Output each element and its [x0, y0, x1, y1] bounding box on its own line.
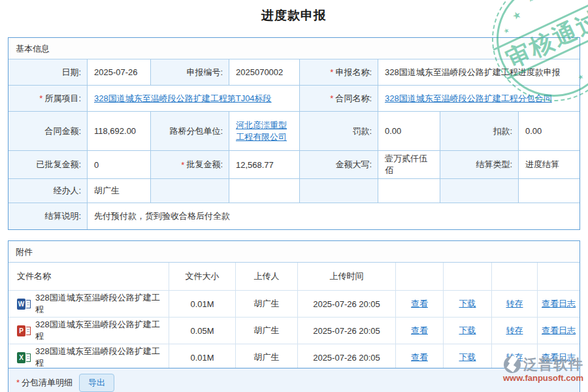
view-log-link[interactable]: 查看日志: [542, 325, 576, 336]
file-name-cell: X 328国道城东至温峤段公路扩建工程: [8, 344, 169, 370]
declaration-no-value: 2025070002: [229, 59, 300, 86]
upload-time-header: 上传时间: [298, 263, 396, 291]
project-value: 328国道城东至温峤段公路扩建工程第TJ04标段: [88, 86, 300, 112]
file-size: 0.01M: [169, 344, 236, 370]
subcontract-unit-label: 路桥分包单位:: [151, 112, 229, 151]
subcontract-detail-panel: *分包清单明细 导出: [8, 368, 580, 392]
declaration-name-value: 328国道城东至温峤段公路扩建工程进度款申报: [378, 59, 580, 86]
file-name-header: 文件名称: [8, 263, 169, 291]
empty-value-cell: [378, 179, 440, 203]
excel-file-icon: X: [17, 352, 31, 363]
file-size-header: 文件大小: [169, 263, 236, 291]
ppt-file-icon: P: [17, 325, 31, 336]
contract-name-label: *合同名称:: [300, 86, 378, 112]
star-icon: ★: [502, 27, 510, 35]
attachments-panel: 附件 文件名称 文件大小 上传人 上传时间 W 328国道城东至温峤段公路扩建工…: [8, 240, 580, 371]
contract-name-value: 328国道城东至温峤段公路扩建工程分包合同: [378, 86, 580, 112]
deduction-value: 0.00: [519, 112, 580, 151]
action-header-empty: [538, 263, 580, 291]
required-asterisk: *: [330, 67, 333, 77]
upload-time: 2025-07-26 20:05: [298, 291, 396, 318]
basic-info-row-5: 经办人: 胡广生: [8, 179, 580, 203]
action-header-empty: [396, 263, 444, 291]
uploader: 胡广生: [236, 344, 298, 370]
attachments-section-title: 附件: [8, 241, 580, 263]
subcontract-unit-value: 河北彦漴重型工程有限公司: [229, 112, 300, 151]
attachments-header-row: 文件名称 文件大小 上传人 上传时间: [8, 263, 580, 291]
download-link[interactable]: 下载: [459, 298, 476, 310]
word-file-icon: W: [17, 299, 31, 310]
basic-info-row-4: 已批复金额: 0 *批复金额: 12,568.77 金额大写: 壹万贰仟伍佰 结…: [8, 151, 580, 179]
empty-value-cell: [519, 179, 580, 203]
required-asterisk: *: [16, 378, 20, 387]
attachment-row: P 328国道城东至温峤段公路扩建工程 0.05M 胡广生 2025-07-26…: [8, 318, 580, 344]
penalty-label: 罚款:: [300, 112, 378, 151]
fanpu-logo-icon: [504, 356, 521, 373]
action-header-empty: [444, 263, 492, 291]
required-asterisk: *: [181, 160, 184, 170]
approved-amount-value: 12,568.77: [229, 151, 300, 179]
uploader: 胡广生: [236, 291, 298, 318]
view-link[interactable]: 查看: [411, 298, 428, 310]
required-asterisk: *: [330, 93, 333, 103]
upload-time: 2025-07-26 20:05: [298, 344, 396, 370]
operator-label: 经办人:: [8, 179, 88, 203]
uploader-header: 上传人: [236, 263, 298, 291]
download-link[interactable]: 下载: [459, 351, 476, 363]
settle-note-label: 结算说明:: [8, 203, 88, 229]
subcontract-detail-label: *分包清单明细: [16, 377, 73, 389]
project-link[interactable]: 328国道城东至温峤段公路扩建工程第TJ04标段: [94, 93, 272, 105]
basic-info-row-6: 结算说明: 先付预付款，货到验收合格后付全款: [8, 203, 580, 229]
attachment-row: X 328国道城东至温峤段公路扩建工程 0.01M 胡广生 2025-07-26…: [8, 344, 580, 370]
basic-info-row-2: *所属项目: 328国道城东至温峤段公路扩建工程第TJ04标段 *合同名称: 3…: [8, 86, 580, 112]
file-size: 0.01M: [169, 291, 236, 318]
export-button[interactable]: 导出: [79, 374, 114, 392]
contract-amount-label: 合同金额:: [8, 112, 88, 151]
upload-time: 2025-07-26 20:05: [298, 318, 396, 344]
date-label: 日期:: [8, 59, 88, 86]
brand-url: www.fanpusoft.com: [503, 373, 583, 383]
declaration-no-label: 申报编号:: [151, 59, 229, 86]
file-name: 328国道城东至温峤段公路扩建工程: [35, 319, 166, 342]
empty-label-cell: [300, 179, 378, 203]
approved-done-label: 已批复金额:: [8, 151, 88, 179]
empty-label-cell: [151, 179, 229, 203]
empty-label-cell: [440, 179, 519, 203]
project-label: *所属项目:: [8, 86, 88, 112]
contract-name-link[interactable]: 328国道城东至温峤段公路扩建工程分包合同: [385, 93, 552, 105]
file-size: 0.05M: [169, 318, 236, 344]
settle-note-value: 先付预付款，货到验收合格后付全款: [88, 203, 580, 229]
deduction-label: 扣款:: [440, 112, 519, 151]
file-name: 328国道城东至温峤段公路扩建工程: [35, 292, 166, 316]
declaration-name-label: *申报名称:: [300, 59, 378, 86]
penalty-value: 0.00: [378, 112, 440, 151]
settle-type-value: 进度结算: [519, 151, 580, 179]
basic-info-row-1: 日期: 2025-07-26 申报编号: 2025070002 *申报名称: 3…: [8, 59, 580, 86]
approved-amount-label: *批复金额:: [151, 151, 229, 179]
date-value: 2025-07-26: [88, 59, 151, 86]
page-title: 进度款申报: [0, 0, 588, 24]
file-name: 328国道城东至温峤段公路扩建工程: [35, 346, 166, 369]
empty-value-cell: [229, 179, 300, 203]
attachment-row: W 328国道城东至温峤段公路扩建工程 0.01M 胡广生 2025-07-26…: [8, 291, 580, 318]
view-log-link[interactable]: 查看日志: [542, 298, 576, 310]
download-link[interactable]: 下载: [459, 325, 476, 336]
view-link[interactable]: 查看: [411, 351, 428, 363]
settle-type-label: 结算类型:: [440, 151, 519, 179]
subcontract-unit-link[interactable]: 河北彦漴重型工程有限公司: [236, 120, 294, 143]
brand-name: 泛普软件: [523, 355, 583, 374]
view-link[interactable]: 查看: [411, 325, 428, 336]
transfer-link[interactable]: 转存: [506, 298, 523, 310]
brand-footer: 泛普软件 www.fanpusoft.com: [503, 355, 583, 383]
amount-caps-value: 壹万贰仟伍佰: [378, 151, 440, 179]
amount-caps-label: 金额大写:: [300, 151, 378, 179]
contract-amount-value: 118,692.00: [88, 112, 151, 151]
basic-info-section-title: 基本信息: [8, 38, 580, 59]
transfer-link[interactable]: 转存: [506, 325, 523, 336]
basic-info-panel: 基本信息 日期: 2025-07-26 申报编号: 2025070002 *申报…: [8, 37, 580, 230]
operator-value: 胡广生: [88, 179, 151, 203]
uploader: 胡广生: [236, 318, 298, 344]
approved-done-value: 0: [88, 151, 151, 179]
file-name-cell: W 328国道城东至温峤段公路扩建工程: [8, 291, 169, 318]
basic-info-row-3: 合同金额: 118,692.00 路桥分包单位: 河北彦漴重型工程有限公司 罚款…: [8, 112, 580, 151]
